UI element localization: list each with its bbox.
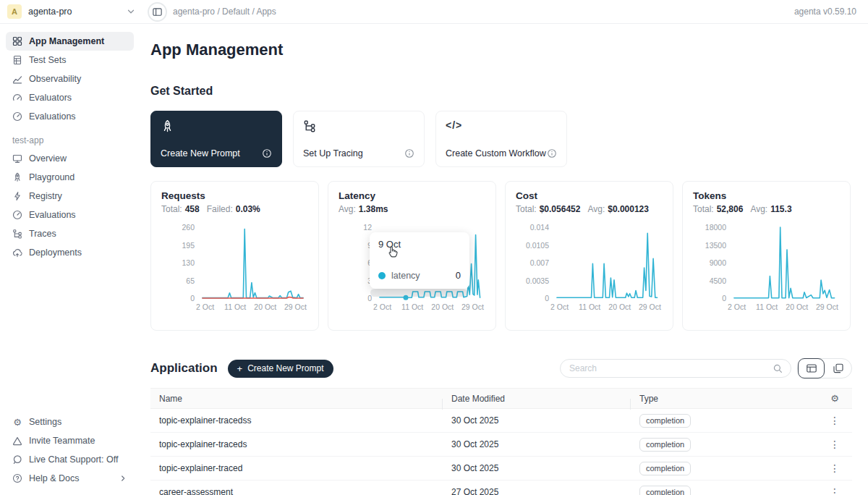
chart-title: Tokens [693, 190, 840, 201]
org-switcher[interactable]: A agenta-pro [7, 4, 136, 19]
info-icon[interactable] [404, 148, 414, 158]
sidebar-item-overview[interactable]: Overview [6, 149, 134, 168]
sidebar-item-app-management[interactable]: App Management [6, 32, 134, 51]
create-button-label: Create New Prompt [247, 363, 323, 373]
sidebar-item-invite-teammate[interactable]: Invite Teammate [6, 431, 134, 450]
requests-plot[interactable]: 0651301952602 Oct11 Oct20 Oct29 Oct [161, 226, 308, 316]
org-name: agenta-pro [28, 7, 72, 17]
column-header-date-modified[interactable]: Date Modified [443, 394, 631, 404]
create-custom-workflow-card[interactable]: </> Create Custom Workflow [435, 111, 567, 167]
gear-icon: ⚙ [12, 418, 22, 427]
search-input[interactable] [569, 363, 773, 373]
sidebar-item-registry[interactable]: Registry [6, 187, 134, 206]
tokens-chart-card: Tokens Total:52,806Avg:115.3 04500900013… [682, 181, 851, 331]
sidebar-item-label: Overview [29, 153, 67, 164]
sidebar-item-label: Evaluations [29, 111, 76, 122]
get-started-title: Get Started [150, 85, 852, 98]
app-name[interactable]: career-assessment [150, 487, 443, 495]
cost-chart-card: Cost Total:$0.056452Avg:$0.000123 00.003… [505, 181, 673, 331]
search-icon[interactable] [773, 363, 783, 374]
chevron-down-icon [126, 7, 136, 17]
sidebar-item-label: Deployments [29, 248, 82, 258]
sidebar-item-label: Invite Teammate [29, 436, 95, 446]
sidebar-item-label: Playground [29, 172, 75, 182]
tooltip-series-name: latency [391, 271, 420, 281]
table-row[interactable]: career-assessment 27 Oct 2025 completion… [150, 481, 852, 495]
rocket-icon [161, 119, 272, 133]
app-name[interactable]: topic-explainer-traceds [150, 439, 443, 449]
sidebar-item-live-chat[interactable]: Live Chat Support: Off [6, 450, 134, 469]
code-icon: </> [446, 119, 557, 131]
cost-plot[interactable]: 00.00350.0070.01050.0142 Oct11 Oct20 Oct… [516, 226, 663, 316]
sidebar-collapse-button[interactable] [148, 2, 167, 22]
app-date-modified: 30 Oct 2025 [443, 439, 631, 449]
search-box [560, 359, 791, 378]
row-menu-button[interactable]: ⋮ [830, 439, 840, 449]
card-label: Create New Prompt [161, 148, 240, 158]
tree-icon [12, 229, 22, 239]
row-menu-button[interactable]: ⋮ [830, 487, 840, 495]
chart-title: Latency [339, 190, 485, 201]
help-circle-icon [12, 473, 22, 483]
mouse-cursor-icon [386, 245, 399, 263]
sidebar-item-label: Evaluations [29, 210, 76, 220]
line-chart-icon [12, 74, 22, 84]
info-icon[interactable] [547, 148, 557, 158]
table-settings-gear-icon[interactable]: ⚙ [830, 394, 839, 403]
app-name[interactable]: topic-explainer-tracedss [150, 415, 443, 426]
sidebar-item-evaluations[interactable]: Evaluations [6, 107, 134, 126]
table-view-button[interactable] [798, 358, 825, 378]
chart-stats: Total:458Failed:0.03% [161, 204, 308, 214]
chart-title: Cost [516, 190, 663, 201]
sidebar-item-label: Live Chat Support: Off [29, 454, 118, 465]
card-label: Create Custom Workflow [446, 148, 546, 158]
chat-bubble-icon [12, 454, 22, 465]
sidebar-item-label: Test Sets [29, 55, 66, 65]
sidebar-item-settings[interactable]: ⚙ Settings [6, 412, 134, 431]
tokens-plot[interactable]: 04500900013500180002 Oct11 Oct20 Oct29 O… [693, 226, 840, 316]
sidebar-item-observability[interactable]: Observability [6, 69, 134, 88]
sidebar-item-traces[interactable]: Traces [6, 224, 134, 243]
table-row[interactable]: topic-explainer-traceds 30 Oct 2025 comp… [150, 433, 852, 457]
sidebar-item-label: App Management [29, 36, 104, 46]
app-version: agenta v0.59.10 [794, 7, 856, 17]
chart-title: Requests [161, 190, 308, 201]
sidebar-collapse-icon [152, 7, 163, 17]
cloud-upload-icon [12, 248, 22, 258]
column-header-type[interactable]: Type [631, 394, 817, 404]
tracing-tree-icon [303, 119, 414, 132]
sidebar-item-evaluators[interactable]: Evaluators [6, 88, 134, 107]
column-header-name[interactable]: Name [150, 394, 443, 404]
table-row[interactable]: topic-explainer-traced 30 Oct 2025 compl… [150, 457, 852, 481]
type-badge: completion [639, 414, 691, 428]
row-menu-button[interactable]: ⋮ [830, 463, 840, 473]
topbar: A agenta-pro agenta-pro / Default / Apps… [0, 0, 868, 24]
breadcrumb[interactable]: agenta-pro / Default / Apps [173, 7, 276, 17]
test-sets-icon [12, 55, 22, 65]
create-new-prompt-button[interactable]: + Create New Prompt [228, 360, 333, 378]
sidebar-item-test-sets[interactable]: Test Sets [6, 51, 134, 69]
set-up-tracing-card[interactable]: Set Up Tracing [293, 111, 425, 167]
chevron-right-icon [119, 474, 127, 483]
card-label: Set Up Tracing [303, 148, 363, 158]
sidebar-item-help-docs[interactable]: Help & Docs [6, 469, 134, 488]
sidebar-item-label: Registry [29, 191, 62, 201]
info-icon[interactable] [262, 148, 272, 158]
create-new-prompt-card[interactable]: Create New Prompt [150, 111, 282, 167]
sidebar-item-playground[interactable]: Playground [6, 168, 134, 187]
app-name[interactable]: topic-explainer-traced [150, 463, 443, 473]
card-view-button[interactable] [825, 358, 851, 378]
get-started-cards: Create New Prompt Set Up Tracing </> Cre… [150, 111, 852, 167]
requests-chart-card: Requests Total:458Failed:0.03% 065130195… [150, 181, 319, 331]
app-date-modified: 30 Oct 2025 [443, 463, 631, 473]
app-date-modified: 27 Oct 2025 [443, 487, 631, 495]
row-menu-button[interactable]: ⋮ [830, 415, 840, 426]
card-view-icon [833, 363, 844, 374]
table-row[interactable]: topic-explainer-tracedss 30 Oct 2025 com… [150, 409, 852, 433]
table-header: Name Date Modified Type ⚙ [150, 388, 852, 409]
sidebar-item-deployments[interactable]: Deployments [6, 243, 134, 262]
sidebar-item-app-evaluations[interactable]: Evaluations [6, 206, 134, 224]
page-title: App Management [150, 41, 852, 59]
tooltip-value: 0 [456, 270, 461, 281]
view-toggle [797, 358, 852, 378]
